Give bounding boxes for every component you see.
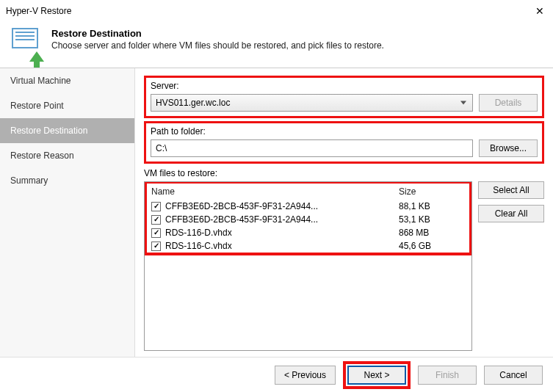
checkbox-icon[interactable] — [151, 202, 161, 211]
body: Virtual Machine Restore Point Restore De… — [0, 68, 553, 357]
cancel-button[interactable]: Cancel — [484, 366, 543, 385]
checkbox-icon[interactable] — [151, 242, 161, 251]
sidebar-item-summary[interactable]: Summary — [0, 168, 134, 193]
header-text: Restore Destination Choose server and fo… — [51, 28, 384, 51]
window-title: Hyper-V Restore — [6, 6, 532, 16]
sidebar: Virtual Machine Restore Point Restore De… — [0, 68, 135, 357]
list-item[interactable]: RDS-116-D.vhdx 868 MB — [147, 226, 469, 239]
list-item[interactable]: CFFB3E6D-2BCB-453F-9F31-2A944... 88,1 KB — [147, 200, 469, 213]
list-item[interactable]: RDS-116-C.vhdx 45,6 GB — [147, 239, 469, 253]
server-value: HVS011.ger.wc.loc — [156, 98, 230, 108]
path-label: Path to folder: — [151, 126, 538, 137]
header: Restore Destination Choose server and fo… — [0, 22, 553, 68]
sidebar-item-virtual-machine[interactable]: Virtual Machine — [0, 68, 134, 93]
next-highlight: Next > — [343, 361, 411, 389]
path-section: Path to folder: Browse... — [144, 121, 544, 164]
col-name: Name — [151, 186, 399, 197]
file-name: RDS-116-C.vhdx — [165, 241, 399, 251]
files-section: VM files to restore: Name Size CFFB3E6D-… — [144, 168, 544, 351]
clear-all-button[interactable]: Clear All — [478, 205, 544, 222]
select-all-button[interactable]: Select All — [478, 181, 544, 199]
previous-button[interactable]: < Previous — [275, 366, 336, 385]
finish-button[interactable]: Finish — [418, 366, 477, 385]
file-size: 53,1 KB — [399, 214, 465, 225]
restore-icon — [12, 28, 43, 59]
server-label: Server: — [151, 81, 538, 91]
page-title: Restore Destination — [51, 28, 384, 39]
list-header: Name Size — [147, 184, 469, 200]
content: Server: HVS011.ger.wc.loc Details Path t… — [135, 68, 553, 357]
sidebar-item-restore-destination[interactable]: Restore Destination — [0, 118, 134, 143]
footer: < Previous Next > Finish Cancel — [0, 357, 553, 392]
window: Hyper-V Restore ✕ Restore Destination Ch… — [0, 0, 553, 392]
col-size: Size — [399, 186, 465, 197]
server-dropdown[interactable]: HVS011.ger.wc.loc — [151, 94, 473, 112]
browse-button[interactable]: Browse... — [479, 139, 538, 157]
sidebar-item-restore-point[interactable]: Restore Point — [0, 93, 134, 118]
details-button[interactable]: Details — [479, 94, 538, 112]
checkbox-icon[interactable] — [151, 215, 161, 225]
page-subtitle: Choose server and folder where VM files … — [51, 40, 384, 51]
close-button[interactable]: ✕ — [532, 5, 547, 17]
file-size: 45,6 GB — [399, 241, 465, 251]
files-label: VM files to restore: — [144, 168, 472, 178]
file-name: CFFB3E6D-2BCB-453F-9F31-2A944... — [165, 201, 399, 211]
server-section: Server: HVS011.ger.wc.loc Details — [144, 76, 544, 118]
files-list: Name Size CFFB3E6D-2BCB-453F-9F31-2A944.… — [144, 181, 472, 351]
path-input[interactable] — [151, 139, 473, 157]
titlebar: Hyper-V Restore ✕ — [0, 0, 553, 22]
next-button[interactable]: Next > — [347, 366, 406, 385]
checkbox-icon[interactable] — [151, 228, 161, 238]
file-size: 88,1 KB — [399, 201, 465, 211]
sidebar-item-restore-reason[interactable]: Restore Reason — [0, 143, 134, 168]
list-item[interactable]: CFFB3E6D-2BCB-453F-9F31-2A944... 53,1 KB — [147, 213, 469, 226]
file-name: RDS-116-D.vhdx — [165, 228, 399, 238]
file-name: CFFB3E6D-2BCB-453F-9F31-2A944... — [165, 214, 399, 225]
file-size: 868 MB — [399, 228, 465, 238]
